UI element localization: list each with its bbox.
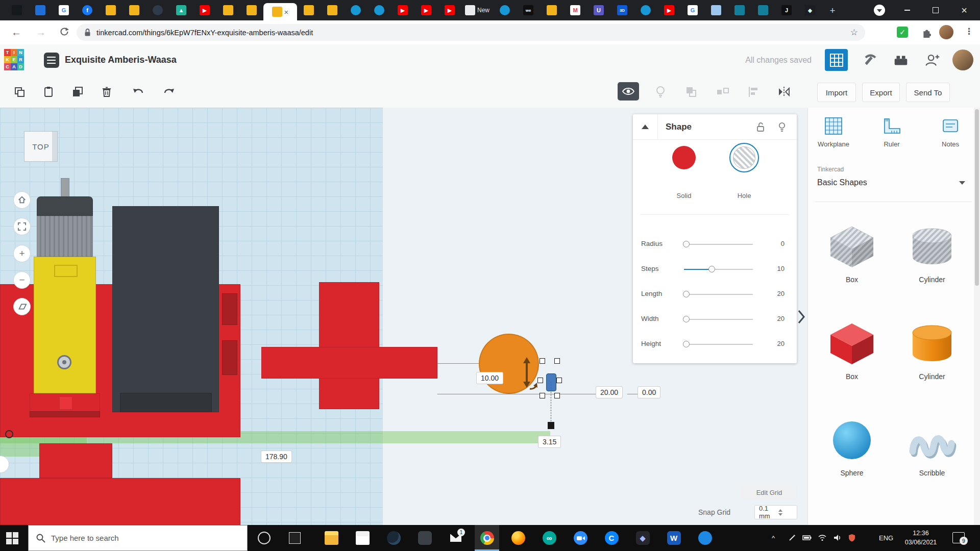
panel-collapse-button[interactable]	[633, 114, 658, 139]
visibility-toggle-button[interactable]	[776, 121, 788, 133]
selection-handle[interactable]	[540, 358, 545, 364]
taskbar-icon-zoom[interactable]	[568, 525, 593, 551]
bookmark-star-icon[interactable]: ☆	[850, 27, 858, 38]
red-cross-vertical[interactable]	[319, 282, 379, 409]
browser-tab[interactable]: U	[587, 0, 610, 20]
steps-slider[interactable]	[684, 269, 753, 270]
browser-tab[interactable]	[146, 0, 169, 20]
selection-handle[interactable]	[556, 378, 562, 383]
group-button[interactable]	[684, 85, 698, 99]
mirror-button[interactable]	[777, 85, 791, 99]
snap-grid-stepper[interactable]	[778, 509, 794, 516]
fit-view-button[interactable]	[13, 218, 31, 235]
url-omnibox[interactable]: tinkercad.com/things/6kEpW7fENxY-exquisi…	[77, 24, 865, 41]
copy-button[interactable]	[12, 85, 27, 99]
ruler-tool[interactable]: Ruler	[866, 117, 917, 148]
notes-tool[interactable]: Notes	[925, 117, 976, 148]
invite-collaborator-button[interactable]	[922, 51, 942, 70]
browser-tab[interactable]	[728, 0, 751, 20]
tab-search-button[interactable]	[874, 5, 885, 16]
shape-box-solid[interactable]: Box	[814, 319, 890, 404]
taskbar-icon-chrome[interactable]	[475, 525, 499, 551]
tab-close-icon[interactable]: ×	[284, 8, 289, 16]
forward-button[interactable]: →	[36, 27, 46, 38]
length-slider-knob[interactable]	[683, 291, 690, 297]
taskbar-icon-capcut[interactable]: C	[599, 525, 624, 551]
browser-menu-icon[interactable]: ⋮	[965, 26, 973, 37]
red-cross-horizontal[interactable]	[261, 347, 437, 379]
width-slider-knob[interactable]	[683, 316, 690, 322]
snap-grid-select[interactable]: 0.1 mm	[754, 505, 797, 519]
taskbar-icon-msi-center[interactable]	[412, 525, 437, 551]
tray-expand-caret[interactable]: ^	[772, 525, 775, 551]
export-button[interactable]: Export	[862, 83, 900, 102]
browser-tab[interactable]	[751, 0, 775, 20]
refresh-button[interactable]	[59, 27, 69, 39]
edit-grid-button[interactable]: Edit Grid	[741, 486, 797, 499]
browser-tab[interactable]	[540, 0, 564, 20]
browser-tab[interactable]: New	[461, 0, 493, 20]
browser-tab[interactable]: ▲	[169, 0, 193, 20]
browser-tab[interactable]: J	[775, 0, 798, 20]
zoom-in-button[interactable]: +	[13, 245, 31, 262]
design-menu-button[interactable]	[44, 53, 59, 68]
tinkercad-logo[interactable]: TINKERCAD	[4, 49, 24, 70]
browser-tab[interactable]	[321, 0, 344, 20]
minecraft-export-button[interactable]	[860, 51, 880, 70]
taskbar-icon-edge-beta[interactable]	[693, 525, 717, 551]
browser-tab[interactable]	[368, 0, 391, 20]
width-slider[interactable]	[684, 319, 753, 320]
height-slider[interactable]	[684, 344, 753, 345]
import-button[interactable]: Import	[817, 83, 856, 102]
close-button[interactable]: ×	[951, 0, 977, 20]
taskbar-icon-word[interactable]: W	[662, 525, 686, 551]
length-slider[interactable]	[684, 294, 753, 295]
dark-box-shape[interactable]	[112, 206, 219, 412]
sidebar-collapse-chevron[interactable]	[797, 309, 805, 324]
start-button[interactable]	[6, 532, 18, 544]
shape-box-hole[interactable]: Box	[814, 222, 890, 307]
radius-slider-knob[interactable]	[683, 241, 690, 247]
browser-tab[interactable]	[122, 0, 146, 20]
user-avatar[interactable]	[952, 49, 973, 70]
selection-handle[interactable]	[554, 393, 560, 398]
steps-slider-knob[interactable]	[708, 266, 715, 272]
red-shape-tab[interactable]	[39, 443, 112, 478]
volume-icon[interactable]	[833, 534, 842, 542]
ungroup-button[interactable]	[716, 85, 730, 99]
language-indicator[interactable]: ENG	[879, 525, 893, 551]
new-tab-button[interactable]: +	[826, 4, 839, 17]
perspective-toggle-button[interactable]	[13, 298, 31, 315]
cortana-button[interactable]	[258, 532, 271, 544]
pen-icon[interactable]	[788, 534, 796, 542]
taskbar-icon-steam[interactable]	[381, 525, 406, 551]
maximize-button[interactable]	[923, 0, 948, 20]
browser-tab[interactable]	[99, 0, 122, 20]
design-title[interactable]: Exquisite Amberis-Waasa	[65, 44, 177, 76]
browser-tab[interactable]	[240, 0, 263, 20]
browser-tab[interactable]: ▶	[193, 0, 216, 20]
height-slider-knob[interactable]	[683, 341, 690, 347]
duplicate-button[interactable]	[70, 85, 85, 99]
taskbar-icon-wallpaper-engine[interactable]: ∞	[537, 525, 561, 551]
light-toggle-button[interactable]	[653, 85, 668, 99]
browser-tab[interactable]: 3D	[610, 0, 634, 20]
browser-tab[interactable]: ▶	[438, 0, 461, 20]
undo-button[interactable]	[132, 85, 146, 99]
extension-check-icon[interactable]: ✓	[897, 27, 908, 38]
selected-object[interactable]	[546, 373, 556, 391]
send-to-button[interactable]: Send To	[906, 83, 950, 102]
browser-tab[interactable]: f	[76, 0, 99, 20]
taskbar-icon-microsoft-store[interactable]	[350, 525, 375, 551]
task-view-button[interactable]	[289, 532, 301, 544]
solid-swatch[interactable]	[672, 146, 696, 169]
minimize-button[interactable]	[894, 0, 920, 20]
align-button[interactable]	[746, 85, 761, 99]
browser-tab[interactable]: ▶	[391, 0, 414, 20]
taskbar-icon-mail[interactable]: 1	[444, 525, 468, 551]
dimension-label[interactable]: 178.90	[261, 451, 291, 462]
browser-tab[interactable]: G	[52, 0, 76, 20]
selection-handle[interactable]	[537, 378, 543, 383]
shape-sphere[interactable]: Sphere	[814, 416, 890, 500]
battery-icon[interactable]	[802, 534, 812, 542]
